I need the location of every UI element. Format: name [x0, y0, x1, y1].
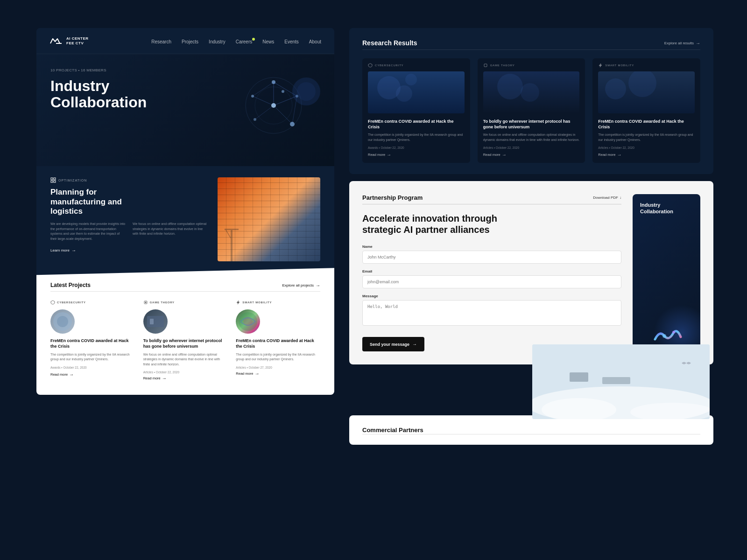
svg-rect-34 — [484, 64, 487, 67]
download-pdf-text: Download PDF — [593, 196, 618, 200]
read-more-2[interactable]: Read more → — [143, 376, 228, 381]
research-read-more-3[interactable]: Read more → — [598, 152, 695, 157]
svg-point-29 — [145, 302, 146, 303]
latest-projects-header: Latest Projects Explore all projects → — [50, 282, 320, 288]
read-more-arrow-3: → — [254, 371, 259, 376]
svg-rect-42 — [602, 377, 630, 384]
project-title-2: To boldly go wherever internet protocol … — [143, 338, 228, 349]
research-read-more-2[interactable]: Read more → — [483, 152, 580, 157]
research-grid: CYBERSECURITY FreMEn contra COVID awarde… — [362, 58, 700, 163]
svg-line-12 — [274, 96, 297, 105]
logo-line1: AI CENTER — [66, 36, 89, 41]
thumbnail-2 — [143, 309, 168, 334]
opt-desc-2: We focus on online and offline computati… — [133, 222, 208, 241]
project-tag-3: SMART MOBILITY — [236, 300, 320, 305]
container-bg — [218, 177, 320, 261]
research-card-3: SMART MOBILITY FreMEn contra COVID award… — [592, 58, 700, 163]
nav-careers[interactable]: Careers — [236, 37, 253, 45]
nav-projects[interactable]: Projects — [182, 37, 198, 45]
send-button-text: Send your message — [370, 342, 409, 347]
opt-title: Planning for manufacturing and logistics — [50, 188, 134, 216]
email-input[interactable] — [362, 275, 621, 288]
opt-descriptions: We are developing models that provide in… — [50, 222, 208, 241]
shield-icon-r1 — [368, 63, 373, 68]
opt-content: OPTIMIZATION Planning for manufacturing … — [50, 177, 208, 253]
partnership-title: Partnership Program — [362, 194, 423, 201]
research-card-desc-2: We focus on online and offline computati… — [483, 133, 580, 142]
send-button[interactable]: Send your message → — [362, 337, 424, 351]
name-label: Name — [362, 245, 621, 249]
explore-projects-link[interactable]: Explore all projects → — [282, 283, 320, 288]
research-card-meta-3: Articles • October 22, 2020 — [598, 146, 695, 149]
research-card-2: GAME THEORY To boldly go wherever intern… — [478, 58, 585, 163]
nav-events[interactable]: Events — [284, 37, 299, 45]
read-more-text-3: Read more — [236, 371, 253, 376]
cyber-thumb — [50, 309, 75, 334]
logo[interactable]: AI CENTER FEE CTV — [49, 36, 89, 45]
research-card-body-3: FreMEn contra COVID awarded at Hack the … — [592, 119, 700, 163]
game-thumb — [143, 309, 168, 334]
projects-grid: CYBERSECURITY FreMEn contra COVID awarde… — [50, 300, 320, 381]
project-desc-3: The competition is jointly organized by … — [236, 352, 320, 362]
ai-logo-icon — [650, 328, 683, 344]
arrow-icon: → — [71, 248, 76, 253]
explore-link-text: Explore all projects — [282, 283, 314, 287]
research-card-header-1: CYBERSECURITY — [362, 58, 470, 71]
svg-rect-23 — [231, 229, 233, 261]
svg-rect-24 — [225, 229, 239, 230]
download-pdf-link[interactable]: Download PDF ↓ — [593, 196, 621, 200]
nav-about[interactable]: About — [309, 37, 321, 45]
nav-news[interactable]: News — [262, 37, 274, 45]
research-card-desc-1: The competition is jointly organized by … — [368, 133, 465, 142]
game-icon-r2 — [483, 63, 488, 68]
project-meta-1: Awards • October 22, 2020 — [50, 366, 135, 369]
project-desc-1: The competition is jointly organized by … — [50, 352, 135, 362]
message-input[interactable] — [362, 300, 621, 326]
read-more-1[interactable]: Read more → — [50, 372, 135, 377]
tag-label-1: CYBERSECURITY — [57, 301, 86, 304]
research-read-more-1[interactable]: Read more → — [368, 152, 465, 157]
thumbnail-3 — [236, 309, 260, 334]
industry-collaboration-card: Industry Collaboration — [633, 194, 700, 351]
game-icon-2 — [143, 300, 148, 305]
commercial-divider — [362, 434, 700, 434]
svg-rect-41 — [570, 372, 588, 382]
bolt-icon-3 — [236, 300, 240, 305]
research-card-title-1: FreMEn contra COVID awarded at Hack the … — [368, 119, 465, 130]
read-more-3[interactable]: Read more → — [236, 371, 320, 376]
opt-badge-text: OPTIMIZATION — [58, 179, 87, 182]
hero-title: Industry Collaboration — [50, 78, 209, 111]
research-results-panel: Research Results Explore all results → C… — [349, 28, 713, 174]
message-label: Message — [362, 294, 621, 298]
name-input[interactable] — [362, 251, 621, 264]
projects-divider — [50, 291, 320, 292]
email-label: Email — [362, 269, 621, 273]
svg-point-8 — [282, 90, 284, 93]
partnership-headline: Accelerate innovation through strategic … — [362, 213, 502, 235]
svg-point-18 — [297, 82, 316, 101]
rr-text-2: Read more — [483, 153, 500, 157]
svg-rect-31 — [150, 319, 154, 324]
read-more-text-1: Read more — [50, 372, 68, 377]
rr-text-1: Read more — [368, 153, 385, 157]
crane-icon — [222, 224, 241, 261]
explore-all-link[interactable]: Explore all results → — [664, 41, 700, 46]
svg-point-36 — [672, 331, 675, 334]
latest-projects-title: Latest Projects — [50, 282, 91, 288]
research-tag-r1: CYBERSECURITY — [375, 64, 403, 67]
research-visual-2 — [483, 71, 580, 113]
optimization-section: OPTIMIZATION Planning for manufacturing … — [36, 166, 334, 273]
bolt-icon-r3 — [598, 63, 603, 68]
read-more-arrow-1: → — [69, 372, 74, 377]
research-tag-r2: GAME THEORY — [490, 64, 515, 67]
research-tag-r3: SMART MOBILITY — [605, 64, 634, 67]
nav-research[interactable]: Research — [151, 37, 171, 45]
learn-more-link[interactable]: Learn more → — [50, 248, 76, 253]
nav-industry[interactable]: Industry — [209, 37, 226, 45]
research-card-meta-1: Awards • October 22, 2020 — [368, 146, 465, 149]
research-visual-3 — [598, 71, 695, 113]
industry-card-title: Industry Collaboration — [640, 202, 693, 215]
svg-line-25 — [226, 230, 231, 238]
research-divider — [362, 49, 700, 50]
project-card-2: GAME THEORY To boldly go wherever intern… — [143, 300, 228, 381]
